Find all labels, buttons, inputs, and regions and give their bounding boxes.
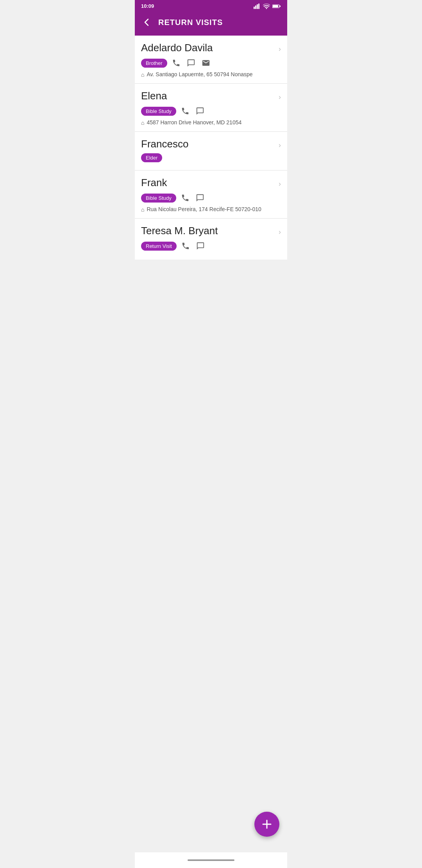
phone-button[interactable] — [179, 192, 191, 204]
battery-icon — [272, 4, 281, 9]
status-time: 10:09 — [141, 3, 154, 9]
sms-button[interactable] — [194, 192, 206, 204]
email-button[interactable] — [200, 57, 212, 69]
address-row: ⌂ 4587 Harron Drive Hanover, MD 21054 — [141, 119, 281, 126]
empty-area — [135, 260, 287, 385]
contact-address: Av. Santiago Lapuernte, 65 50794 Nonaspe — [147, 71, 252, 77]
svg-rect-2 — [257, 4, 258, 9]
svg-rect-5 — [273, 5, 278, 7]
phone-button[interactable] — [179, 105, 191, 117]
header: RETURN VISITS — [135, 12, 287, 36]
status-bar: 10:09 — [135, 0, 287, 12]
chevron-icon: › — [279, 141, 281, 149]
status-icons — [254, 4, 281, 9]
svg-rect-0 — [254, 7, 255, 9]
contact-card-adelardo-davila[interactable]: Adelardo Davila › Brother ⌂ Av. Santiago… — [135, 36, 287, 84]
tag-bible-study: Bible Study — [141, 194, 176, 203]
address-row: ⌂ Av. Santiago Lapuernte, 65 50794 Nonas… — [141, 71, 281, 78]
contact-card-francesco[interactable]: Francesco › Elder — [135, 132, 287, 170]
chevron-icon: › — [279, 93, 281, 101]
tags-icons-row: Bible Study — [141, 192, 281, 204]
tag-brother: Brother — [141, 59, 167, 68]
svg-rect-6 — [280, 5, 281, 7]
home-icon: ⌂ — [141, 206, 144, 213]
tag-return-visit: Return Visit — [141, 242, 177, 251]
tags-icons-row: Brother — [141, 57, 281, 69]
contact-card-elena[interactable]: Elena › Bible Study ⌂ 4587 Harron Drive … — [135, 84, 287, 132]
address-row: ⌂ Rua Nicolau Pereira, 174 Recife-FE 507… — [141, 206, 281, 213]
signal-icon — [254, 4, 261, 9]
contact-name: Teresa M. Bryant — [141, 225, 218, 237]
contact-card-teresa-m-bryant[interactable]: Teresa M. Bryant › Return Visit — [135, 219, 287, 260]
contact-address: 4587 Harron Drive Hanover, MD 21054 — [147, 119, 241, 126]
back-button[interactable] — [141, 17, 152, 28]
tag-bible-study: Bible Study — [141, 107, 176, 116]
svg-rect-3 — [258, 4, 259, 9]
sms-button[interactable] — [195, 240, 206, 252]
tags-icons-row: Bible Study — [141, 105, 281, 117]
chevron-icon: › — [279, 45, 281, 53]
sms-button[interactable] — [185, 57, 197, 69]
contact-name: Elena — [141, 90, 167, 102]
phone-button[interactable] — [180, 240, 191, 252]
contact-name: Francesco — [141, 138, 188, 150]
tags-icons-row: Elder — [141, 153, 281, 162]
sms-button[interactable] — [194, 105, 206, 117]
phone-button[interactable] — [170, 57, 182, 69]
tags-icons-row: Return Visit — [141, 240, 281, 252]
contact-address: Rua Nicolau Pereira, 174 Recife-FE 50720… — [147, 206, 261, 212]
svg-rect-1 — [255, 5, 256, 9]
contact-name: Adelardo Davila — [141, 42, 213, 54]
home-icon: ⌂ — [141, 120, 144, 126]
home-icon: ⌂ — [141, 72, 144, 78]
tag-elder: Elder — [141, 153, 162, 162]
chevron-icon: › — [279, 180, 281, 188]
contact-name: Frank — [141, 177, 167, 189]
page-title: RETURN VISITS — [158, 18, 223, 27]
wifi-icon — [263, 4, 270, 9]
chevron-icon: › — [279, 228, 281, 236]
contact-card-frank[interactable]: Frank › Bible Study ⌂ Rua Nicolau Pereir… — [135, 170, 287, 219]
contact-list: Adelardo Davila › Brother ⌂ Av. Santiago… — [135, 36, 287, 260]
